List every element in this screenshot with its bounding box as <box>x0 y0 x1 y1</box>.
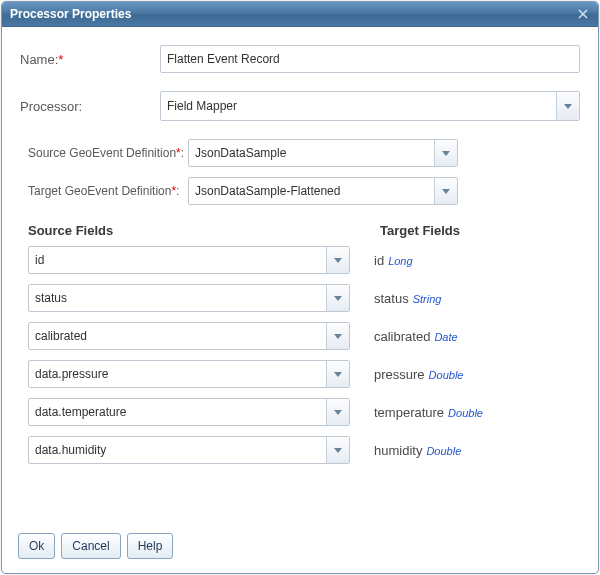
target-field-name: id <box>374 253 384 268</box>
source-field-select[interactable]: id <box>28 246 350 274</box>
target-field-type: Double <box>448 407 483 419</box>
chevron-down-icon[interactable] <box>326 323 349 349</box>
target-field-name: humidity <box>374 443 422 458</box>
chevron-down-icon[interactable] <box>556 92 579 120</box>
source-field-value: status <box>29 291 326 305</box>
target-field-type: Double <box>426 445 461 457</box>
target-field-name: calibrated <box>374 329 430 344</box>
source-fields-header: Source Fields <box>28 223 380 238</box>
processor-row: Processor: Field Mapper <box>20 91 580 121</box>
mapping-row: calibratedcalibratedDate <box>28 322 580 350</box>
chevron-down-icon[interactable] <box>326 437 349 463</box>
source-field-value: calibrated <box>29 329 326 343</box>
target-def-row: Target GeoEvent Definition*: JsonDataSam… <box>28 177 580 205</box>
target-field: idLong <box>374 253 413 268</box>
source-field-value: data.temperature <box>29 405 326 419</box>
mapping-row: data.humidityhumidityDouble <box>28 436 580 464</box>
chevron-down-icon[interactable] <box>326 247 349 273</box>
target-field-type: Double <box>429 369 464 381</box>
chevron-down-icon[interactable] <box>434 178 457 204</box>
target-field: calibratedDate <box>374 329 458 344</box>
titlebar: Processor Properties <box>2 2 598 27</box>
target-field-type: String <box>413 293 442 305</box>
name-row: Name:* <box>20 45 580 73</box>
source-field-select[interactable]: data.humidity <box>28 436 350 464</box>
close-icon[interactable] <box>576 7 590 21</box>
source-field-value: data.pressure <box>29 367 326 381</box>
source-def-value: JsonDataSample <box>189 146 434 160</box>
mapping-header: Source Fields Target Fields <box>28 223 580 238</box>
processor-properties-dialog: Processor Properties Name:* Processor: F… <box>1 1 599 574</box>
cancel-button[interactable]: Cancel <box>61 533 120 559</box>
target-field-name: status <box>374 291 409 306</box>
target-field: humidityDouble <box>374 443 461 458</box>
button-bar: Ok Cancel Help <box>2 523 598 573</box>
source-def-label: Source GeoEvent Definition*: <box>28 146 188 160</box>
target-field: temperatureDouble <box>374 405 483 420</box>
target-field-name: temperature <box>374 405 444 420</box>
target-field: pressureDouble <box>374 367 463 382</box>
chevron-down-icon[interactable] <box>326 361 349 387</box>
chevron-down-icon[interactable] <box>326 285 349 311</box>
target-field: statusString <box>374 291 441 306</box>
mapping-row: data.temperaturetemperatureDouble <box>28 398 580 426</box>
mapping-row: ididLong <box>28 246 580 274</box>
source-def-select[interactable]: JsonDataSample <box>188 139 458 167</box>
target-def-label: Target GeoEvent Definition*: <box>28 184 188 198</box>
field-mappings: ididLongstatusstatusStringcalibratedcali… <box>20 246 580 464</box>
target-fields-header: Target Fields <box>380 223 460 238</box>
target-def-select[interactable]: JsonDataSample-Flattened <box>188 177 458 205</box>
source-field-select[interactable]: calibrated <box>28 322 350 350</box>
source-field-select[interactable]: data.temperature <box>28 398 350 426</box>
target-field-type: Date <box>434 331 457 343</box>
source-field-select[interactable]: status <box>28 284 350 312</box>
source-field-value: data.humidity <box>29 443 326 457</box>
mapping-row: data.pressurepressureDouble <box>28 360 580 388</box>
source-field-select[interactable]: data.pressure <box>28 360 350 388</box>
ok-button[interactable]: Ok <box>18 533 55 559</box>
target-field-name: pressure <box>374 367 425 382</box>
target-field-type: Long <box>388 255 412 267</box>
chevron-down-icon[interactable] <box>326 399 349 425</box>
processor-label: Processor: <box>20 99 160 114</box>
mapping-row: statusstatusString <box>28 284 580 312</box>
name-label: Name:* <box>20 52 160 67</box>
help-button[interactable]: Help <box>127 533 174 559</box>
chevron-down-icon[interactable] <box>434 140 457 166</box>
name-input[interactable] <box>160 45 580 73</box>
source-def-row: Source GeoEvent Definition*: JsonDataSam… <box>28 139 580 167</box>
processor-select[interactable]: Field Mapper <box>160 91 580 121</box>
source-field-value: id <box>29 253 326 267</box>
target-def-value: JsonDataSample-Flattened <box>189 184 434 198</box>
dialog-body: Name:* Processor: Field Mapper Source Ge… <box>2 27 598 523</box>
processor-value: Field Mapper <box>161 99 556 113</box>
window-title: Processor Properties <box>10 7 131 21</box>
